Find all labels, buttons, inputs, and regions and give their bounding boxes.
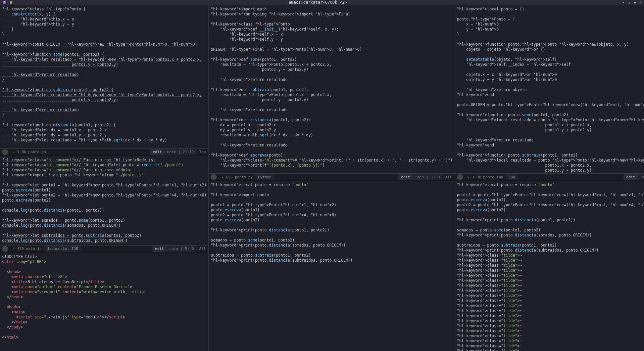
- modeline-main-js[interactable]: * 479 main.js Javascript-IDE edit unix |…: [0, 245, 208, 253]
- column-py: "hl-keyword">import math "hl-keyword">fr…: [209, 5, 455, 351]
- buffer-ponto-py[interactable]: "hl-keyword">import math "hl-keyword">fr…: [209, 5, 454, 173]
- pin-icon[interactable]: [9, 0, 13, 5]
- ml-edit: edit: [150, 149, 164, 156]
- ml-mode: Javascript-IDE: [44, 246, 81, 252]
- modeline-ponto-js[interactable]: - 1.0k ponto.js edit unix | 21:19 Top: [0, 148, 208, 156]
- buffer-ponto-js[interactable]: "hl-keyword">class "hl-type">Ponto { con…: [0, 5, 208, 148]
- modeline-indicator-icon: [211, 174, 217, 180]
- pane-ponto-js: "hl-keyword">class "hl-type">Ponto { con…: [0, 5, 208, 156]
- ml-enc: unix | 21:19: [164, 149, 196, 156]
- ml-file: - 1.0k ponto.js: [10, 149, 49, 156]
- minimize-icon[interactable]: ▾: [622, 0, 625, 5]
- modeline-indicator-icon: [2, 246, 8, 252]
- maximize-icon[interactable]: ▴: [628, 0, 630, 5]
- titlebar-left-icons: E: [2, 0, 13, 5]
- modeline-indicator-icon: [2, 149, 8, 155]
- ml-enc: unix | 1: 0: [638, 174, 644, 180]
- buffer-ponto-lua[interactable]: "hl-keyword">local ponto = {} ponto."hl-…: [455, 5, 644, 173]
- svg-text:E: E: [4, 1, 5, 4]
- ml-edit: edit: [152, 246, 167, 252]
- ml-edit: edit: [398, 174, 413, 180]
- pane-main-py: "hl-keyword">local ponto = require "pont…: [209, 181, 454, 351]
- buffer-main-py[interactable]: "hl-keyword">local ponto = require "pont…: [209, 181, 454, 351]
- ml-enc: unix | 5: 0: [167, 246, 197, 252]
- pane-main-js: "hl-keyword">class="hl-comment">// Para …: [0, 156, 208, 253]
- modeline-indicator-icon: [457, 174, 463, 180]
- ml-mode: Lua: [506, 174, 518, 180]
- restore-icon[interactable]: ◆: [634, 0, 636, 5]
- buffer-index-html[interactable]: <!DOCTYPE html> <html lang="pt-BR"> <hea…: [0, 253, 208, 351]
- column-lua: "hl-keyword">local ponto = {} ponto."hl-…: [455, 5, 644, 351]
- close-icon[interactable]: ✕: [640, 0, 642, 5]
- window-titlebar: E emacs@darkstar-6700k <2> ▾ ▴ ◆ ✕: [0, 0, 644, 5]
- emacs-app-icon: E: [2, 0, 7, 5]
- modeline-ponto-py[interactable]: - 696 ponto.py Python edit unix | 1: 0 A…: [209, 173, 454, 181]
- ml-pos: Top: [196, 149, 208, 156]
- ml-enc: unix | 1: 0: [413, 174, 443, 180]
- window-title: emacs@darkstar-6700k <2>: [13, 0, 622, 5]
- pane-index-html: <!DOCTYPE html> <html lang="pt-BR"> <hea…: [0, 253, 208, 351]
- ml-file: - 1.0k ponto.lua: [465, 174, 506, 180]
- pane-ponto-py: "hl-keyword">import math "hl-keyword">fr…: [209, 5, 454, 181]
- ml-file: - 696 ponto.py: [219, 174, 255, 180]
- buffer-main-lua[interactable]: "hl-keyword">local ponto = require "pont…: [455, 181, 644, 351]
- editor-grid: "hl-keyword">class "hl-type">Ponto { con…: [0, 5, 644, 351]
- ml-pos: All: [443, 174, 455, 180]
- pane-main-lua: "hl-keyword">local ponto = require "pont…: [455, 181, 644, 351]
- ml-file: * 479 main.js: [10, 246, 44, 252]
- ml-pos: All: [196, 246, 208, 252]
- window-controls: ▾ ▴ ◆ ✕: [622, 0, 642, 5]
- pane-ponto-lua: "hl-keyword">local ponto = {} ponto."hl-…: [455, 5, 644, 181]
- buffer-main-js[interactable]: "hl-keyword">class="hl-comment">// Para …: [0, 156, 208, 245]
- ml-mode: Python: [255, 174, 274, 180]
- ml-edit: edit: [624, 174, 638, 180]
- column-js: "hl-keyword">class "hl-type">Ponto { con…: [0, 5, 209, 351]
- modeline-ponto-lua[interactable]: - 1.0k ponto.lua Lua edit unix | 1: 0 To…: [455, 173, 644, 181]
